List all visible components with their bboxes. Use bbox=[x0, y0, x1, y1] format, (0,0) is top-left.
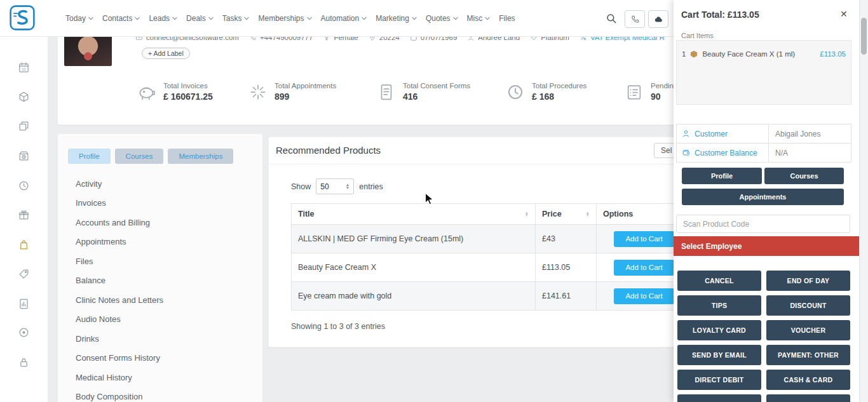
nav-item-automation[interactable]: Automation bbox=[321, 14, 367, 23]
nav-label: Marketing bbox=[376, 14, 409, 23]
menu-item-body-composition[interactable]: Body Composition bbox=[76, 387, 163, 402]
stat-value: 416 bbox=[403, 91, 470, 102]
nav-item-deals[interactable]: Deals bbox=[186, 14, 214, 23]
cart-action-grid: CANCEL END OF DAY TIPS DISCOUNT LOYALTY … bbox=[677, 271, 850, 402]
menu-item-clinic-notes[interactable]: Clinic Notes and Letters bbox=[76, 290, 163, 310]
tab-memberships[interactable]: Memberships bbox=[168, 149, 233, 164]
lock-icon[interactable] bbox=[18, 356, 30, 368]
stat-total-invoices: Total Invoices £ 160671.25 bbox=[137, 82, 213, 102]
cart-action-button[interactable] bbox=[677, 394, 761, 402]
cart-action-button[interactable] bbox=[766, 394, 850, 402]
menu-item-activity[interactable]: Activity bbox=[76, 174, 163, 194]
entries-control: Show 50 ▲▼ entries bbox=[291, 178, 383, 194]
end-of-day-button[interactable]: END OF DAY bbox=[766, 271, 850, 291]
tips-button[interactable]: TIPS bbox=[677, 295, 761, 316]
nav-item-files[interactable]: Files bbox=[499, 14, 515, 23]
nav-item-tasks[interactable]: Tasks bbox=[222, 14, 250, 23]
box-clock-icon[interactable] bbox=[18, 150, 30, 162]
report-icon[interactable] bbox=[18, 298, 30, 310]
menu-item-invoices[interactable]: Invoices bbox=[76, 194, 163, 213]
payment-other-button[interactable]: PAYMENT: OTHER bbox=[766, 345, 850, 365]
gift-icon[interactable] bbox=[18, 209, 30, 221]
direct-debit-button[interactable]: DIRECT DEBIT bbox=[677, 370, 761, 390]
history-icon[interactable] bbox=[18, 180, 30, 192]
nav-label: Automation bbox=[321, 14, 360, 23]
cart-item-name: Beauty Face Cream X (1 ml) bbox=[702, 50, 795, 58]
copy-icon[interactable] bbox=[18, 120, 30, 132]
select-employee-button[interactable]: Select Employee bbox=[674, 236, 859, 256]
cart-courses-button[interactable]: Courses bbox=[764, 168, 844, 184]
scan-product-code-input[interactable] bbox=[676, 215, 850, 233]
menu-item-files[interactable]: Files bbox=[76, 251, 163, 271]
document-icon bbox=[377, 83, 396, 102]
menu-item-consent-forms-history[interactable]: Consent Forms History bbox=[76, 349, 163, 368]
stat-value: £ 160671.25 bbox=[163, 91, 213, 102]
scrollbar-track[interactable] bbox=[859, 0, 868, 402]
column-header-price[interactable]: Price▲▼ bbox=[536, 204, 597, 225]
nav-item-contacts[interactable]: Contacts bbox=[102, 14, 140, 23]
tab-courses[interactable]: Courses bbox=[115, 149, 164, 164]
stat-label: Total Procedures bbox=[532, 82, 587, 90]
product-title-cell: Eye cream made with gold bbox=[292, 282, 536, 311]
cart-profile-button[interactable]: Profile bbox=[682, 168, 762, 184]
cancel-button[interactable]: CANCEL bbox=[677, 271, 761, 291]
cube-icon[interactable] bbox=[18, 91, 30, 103]
chevron-down-icon bbox=[244, 17, 249, 20]
customer-balance-label: Customer Balance bbox=[695, 149, 757, 157]
nav-label: Deals bbox=[186, 14, 206, 23]
send-by-email-button[interactable]: SEND BY EMAIL bbox=[677, 345, 761, 365]
stepper-icon: ▲▼ bbox=[346, 184, 349, 189]
nav-item-marketing[interactable]: Marketing bbox=[376, 14, 417, 23]
menu-item-medical-history[interactable]: Medical History bbox=[76, 368, 163, 387]
chevron-down-icon bbox=[362, 17, 367, 20]
phone-button[interactable] bbox=[625, 10, 645, 28]
add-label-button[interactable]: + Add Label bbox=[142, 48, 190, 59]
loyalty-card-button[interactable]: LOYALTY CARD bbox=[677, 320, 761, 340]
cloud-icon bbox=[654, 15, 663, 24]
close-icon[interactable]: ✕ bbox=[836, 7, 850, 21]
show-label: Show bbox=[291, 182, 311, 191]
menu-item-balance[interactable]: Balance bbox=[76, 271, 163, 291]
nav-item-memberships[interactable]: Memberships bbox=[258, 14, 311, 23]
scrollbar-thumb[interactable] bbox=[861, 18, 867, 55]
fireworks-icon bbox=[248, 83, 268, 102]
entries-select[interactable]: 50 ▲▼ bbox=[316, 178, 354, 194]
cash-and-card-button[interactable]: CASH & CARD bbox=[766, 370, 850, 390]
add-to-cart-button[interactable]: Add to Cart bbox=[614, 260, 674, 276]
tab-profile[interactable]: Profile bbox=[68, 149, 111, 164]
menu-item-drinks[interactable]: Drinks bbox=[76, 329, 163, 349]
shopping-bag-icon[interactable] bbox=[18, 239, 30, 251]
cloud-button[interactable] bbox=[648, 10, 668, 28]
menu-item-appointments[interactable]: Appointments bbox=[76, 232, 163, 252]
add-to-cart-button[interactable]: Add to Cart bbox=[614, 288, 674, 304]
nav-label: Quotes bbox=[426, 14, 451, 23]
record-icon[interactable] bbox=[18, 326, 30, 338]
nav-item-misc[interactable]: Misc bbox=[467, 14, 491, 23]
add-to-cart-button[interactable]: Add to Cart bbox=[614, 231, 674, 247]
nav-item-leads[interactable]: Leads bbox=[149, 14, 177, 23]
main-menu: Today Contacts Leads Deals Tasks Members… bbox=[65, 0, 515, 36]
customer-balance-label-cell[interactable]: Customer Balance bbox=[677, 144, 769, 162]
discount-button[interactable]: DISCOUNT bbox=[766, 295, 850, 316]
stat-label: Total Appointments bbox=[275, 82, 336, 90]
cart-item-qty: 1 bbox=[682, 50, 686, 58]
nav-item-quotes[interactable]: Quotes bbox=[426, 14, 458, 23]
cart-items-box: 1 Beauty Face Cream X (1 ml) £113.05 bbox=[676, 40, 851, 105]
calendar-icon[interactable] bbox=[18, 62, 30, 74]
menu-item-audio-notes[interactable]: Audio Notes bbox=[76, 310, 163, 330]
tag-icon[interactable] bbox=[18, 268, 30, 280]
voucher-button[interactable]: VOUCHER bbox=[766, 320, 850, 340]
entries-value: 50 bbox=[320, 182, 329, 191]
menu-item-accounts-and-billing[interactable]: Accounts and Billing bbox=[76, 213, 163, 232]
app-window: Today Contacts Leads Deals Tasks Members… bbox=[0, 0, 868, 402]
nav-item-today[interactable]: Today bbox=[65, 14, 93, 23]
sort-icon: ▲▼ bbox=[525, 211, 529, 217]
customer-value: Abigail Jones bbox=[769, 124, 851, 143]
clinicsoftware-logo[interactable] bbox=[9, 4, 36, 31]
column-header-title[interactable]: Title▲▼ bbox=[292, 204, 536, 225]
search-icon[interactable] bbox=[606, 13, 617, 24]
customer-label-cell[interactable]: Customer bbox=[677, 124, 769, 143]
cart-item-row: 1 Beauty Face Cream X (1 ml) £113.05 bbox=[682, 50, 846, 58]
cart-appointments-button[interactable]: Appointments bbox=[682, 189, 844, 205]
product-title-cell: ALLSKIN | MED GF Firming Eye Cream (15ml… bbox=[292, 225, 536, 253]
